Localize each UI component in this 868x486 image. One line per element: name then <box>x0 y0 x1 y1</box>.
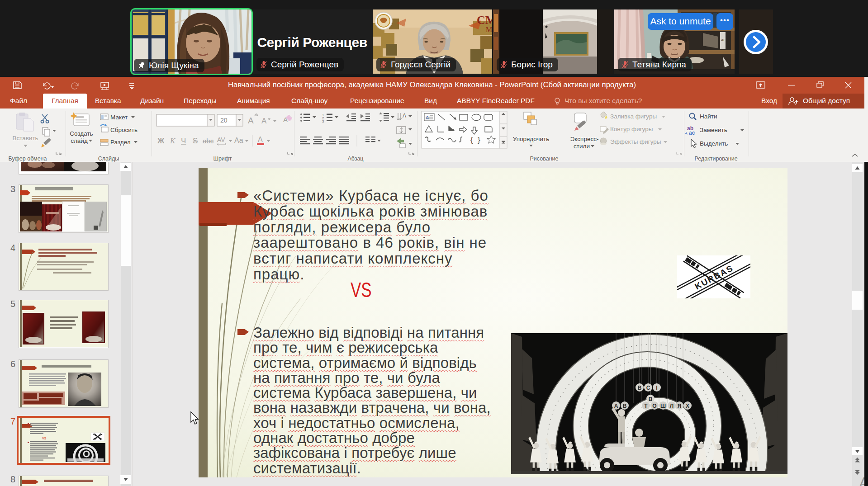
svg-text:Т: Т <box>644 403 648 409</box>
svg-text:Aa: Aa <box>234 137 243 144</box>
svg-text:VS: VS <box>42 437 47 440</box>
svg-text:ac: ac <box>689 130 695 136</box>
svg-text:Заменить: Заменить <box>700 127 727 133</box>
svg-text:І: І <box>656 385 657 391</box>
svg-text:Ш: Ш <box>660 403 666 409</box>
svg-text:Я: Я <box>678 403 682 409</box>
svg-text:Раздел: Раздел <box>110 139 131 146</box>
svg-text:Л: Л <box>670 403 674 409</box>
svg-text:Ж: Ж <box>157 137 165 145</box>
svg-text:А: А <box>248 116 254 125</box>
svg-text:слайд: слайд <box>71 137 88 144</box>
svg-text:Упорядочить: Упорядочить <box>513 136 549 142</box>
svg-text:СМ: СМ <box>477 14 492 27</box>
svg-text:AF: AF <box>721 38 726 42</box>
svg-text:Вставить: Вставить <box>12 135 38 142</box>
svg-text:С: С <box>646 385 650 391</box>
svg-text:Х: Х <box>686 403 689 409</box>
svg-text:А: А <box>426 115 429 120</box>
svg-text:AV: AV <box>217 136 225 143</box>
svg-text:}: } <box>478 136 480 144</box>
svg-text:Ч: Ч <box>181 137 186 145</box>
svg-text:К: К <box>170 137 176 145</box>
svg-text:Выделить: Выделить <box>700 140 728 147</box>
svg-text:В: В <box>638 385 642 391</box>
svg-text:А: А <box>258 136 263 143</box>
svg-text:стили: стили <box>574 143 590 150</box>
svg-text:S: S <box>193 137 198 145</box>
svg-text:В: В <box>623 403 627 409</box>
svg-text:Сбросить: Сбросить <box>110 127 138 133</box>
svg-text:abc: abc <box>203 137 214 145</box>
svg-text:Эффекты фигуры: Эффекты фигуры <box>610 138 661 145</box>
svg-text:М: М <box>486 26 492 33</box>
svg-text:Найти: Найти <box>700 113 717 120</box>
svg-text:А: А <box>261 117 267 125</box>
svg-text:3: 3 <box>322 119 324 123</box>
svg-text:{: { <box>470 136 473 144</box>
svg-text:Заливка фигуры: Заливка фигуры <box>610 113 657 120</box>
svg-text:В: В <box>649 396 653 402</box>
svg-text:Создать: Создать <box>70 130 93 137</box>
svg-text:А: А <box>403 113 406 119</box>
svg-text:А: А <box>614 403 618 409</box>
svg-text:Экспресс-: Экспресс- <box>570 136 599 142</box>
svg-text:Макет: Макет <box>110 114 128 121</box>
svg-text:О: О <box>652 403 656 409</box>
svg-text:20: 20 <box>220 117 228 124</box>
svg-text:Контур фигуры: Контур фигуры <box>610 126 653 132</box>
